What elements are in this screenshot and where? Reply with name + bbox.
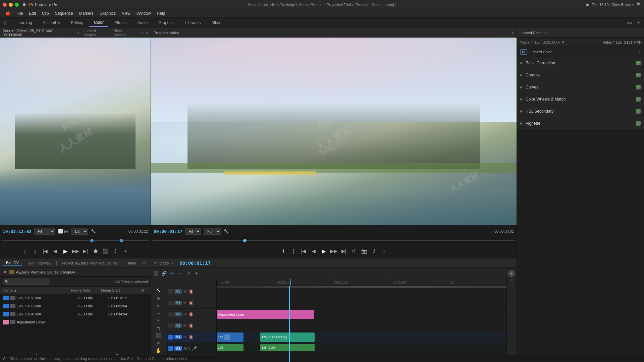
v1-mute-icon[interactable]: 🔇 [189, 335, 194, 340]
v3-mute-icon[interactable]: 🔇 [189, 312, 194, 317]
effect-controls-tab[interactable]: Effect Controls [113, 29, 136, 37]
menu-apple[interactable]: 🍎 [3, 10, 13, 16]
source-resolution-select[interactable]: 1/2 Full 1/4 [71, 228, 88, 235]
col-mediastart[interactable]: Media Start [101, 288, 141, 292]
effect-reset-icon[interactable]: ↺ [637, 50, 641, 54]
tl-select-tool[interactable]: ↖ [154, 287, 163, 294]
program-cam[interactable]: 📷 [360, 247, 368, 255]
clip-adjustment-layer[interactable]: Adjustment Layer [217, 310, 314, 319]
program-mark-in[interactable]: { [289, 247, 298, 255]
tab-assembly[interactable]: Assembly [38, 19, 65, 26]
source-scrub-handle2[interactable] [120, 239, 123, 242]
v1-eye-icon[interactable]: 👁 [183, 335, 187, 340]
timeline-menu-icon[interactable]: ≡ [171, 261, 173, 265]
search-icon[interactable]: 🔍 [637, 2, 641, 7]
menu-window[interactable]: Window [134, 10, 154, 16]
hsl-checkbox[interactable]: ✓ [636, 109, 641, 114]
source-insert[interactable]: ⬟ [92, 247, 100, 255]
source-scrub-handle[interactable] [90, 239, 94, 242]
more-workspaces[interactable]: >> [627, 20, 632, 25]
clip-dropdown-icon[interactable]: ▼ [561, 40, 565, 44]
clip-audio-1[interactable]: 125 [217, 344, 244, 351]
v4-mute-icon[interactable]: 🔇 [189, 301, 194, 305]
lumetri-section-hsl[interactable]: ▶ HSL Secondary ✓ [517, 105, 644, 117]
tab-allex[interactable]: Allex [207, 19, 225, 26]
tl-pen-tool[interactable]: ✏ [154, 340, 163, 346]
creative-checkbox[interactable]: ✓ [636, 73, 641, 77]
add-workspace-icon[interactable]: + [636, 19, 640, 26]
lumetri-section-curves[interactable]: ▶ Curves ✓ [517, 81, 644, 93]
source-export[interactable]: ⤴ [112, 247, 120, 255]
lumetri-section-creative[interactable]: ▶ Creative ✓ [517, 69, 644, 81]
tab-libraries[interactable]: Libraries [180, 19, 205, 26]
v2-lock-icon[interactable] [168, 323, 173, 328]
source-panel-menu[interactable]: ≡ [146, 31, 148, 35]
source-mark-out[interactable]: } [31, 247, 39, 255]
program-add-btn[interactable]: + [380, 247, 388, 255]
basic-checkbox[interactable]: ✓ [636, 61, 641, 65]
clip-125-s191[interactable]: 125 [217, 333, 244, 342]
source-fit-select[interactable]: Fit 25% 50% 100% [34, 228, 55, 235]
program-loop[interactable]: ↺ [350, 247, 358, 255]
source-scrubber[interactable] [0, 237, 151, 244]
minimize-button[interactable] [9, 3, 13, 7]
tl-effect-btn[interactable]: ✦ [193, 270, 200, 277]
bin-row-s193[interactable]: 125_S193.MXF 25.00 fps 19:33:25:04 [0, 302, 151, 310]
program-lift[interactable]: ⬆ [279, 247, 287, 255]
tl-track-select-tool[interactable]: ⊞ [154, 295, 163, 301]
v3-eye-icon[interactable]: 👁 [183, 312, 187, 317]
v2-mute-icon[interactable]: 🔇 [189, 323, 194, 328]
clip-125-s193-v[interactable]: 125_S193.MXF [V] [260, 333, 315, 342]
tab-graphics[interactable]: Graphics [154, 19, 179, 26]
a1-m-btn[interactable]: M [184, 347, 187, 350]
folder-collapse-icon[interactable]: ▼ [3, 269, 7, 275]
tl-link-btn[interactable]: 🔗 [160, 270, 168, 277]
source-wrench-icon[interactable]: 🔧 [91, 229, 96, 234]
home-button[interactable]: ⌂ [4, 19, 8, 26]
program-play[interactable]: ▶ [320, 247, 328, 255]
fullscreen-button[interactable] [15, 3, 19, 7]
lumetri-menu-icon[interactable]: ≡ [544, 31, 546, 35]
col-media[interactable]: M [141, 288, 148, 292]
colorwheels-checkbox[interactable]: ✓ [636, 97, 641, 102]
panel-expand-icon[interactable]: >> [140, 31, 144, 35]
bin-more-icon[interactable]: >> [141, 260, 146, 265]
timeline-add-track[interactable]: + [508, 270, 515, 277]
bin-search-input[interactable] [3, 279, 50, 285]
bin-row-s192[interactable]: 125_S192.MXF 25.00 fps 19:33:16:12 [0, 294, 151, 302]
v1-target-icon[interactable] [168, 335, 173, 340]
program-export[interactable]: ⤴ [370, 247, 378, 255]
bin-row-s194[interactable]: 125_S194.MXF 25.00 fps 19:33:34:04 [0, 310, 151, 318]
curves-checkbox[interactable]: ✓ [636, 85, 641, 89]
vignette-checkbox[interactable]: ✓ [636, 121, 641, 126]
tl-razor-tool[interactable]: ✂ [154, 317, 163, 324]
tab-audio[interactable]: Audio [132, 19, 152, 26]
source-add-btn[interactable]: + [122, 247, 130, 255]
lumetri-section-basic[interactable]: ▶ Basic Correction ✓ [517, 57, 644, 69]
program-play-forward[interactable]: ▶▶ [330, 247, 338, 255]
program-quality-select[interactable]: Full 1/2 [204, 228, 221, 235]
menu-edit[interactable]: Edit [26, 10, 39, 16]
col-name[interactable]: Name ▲ [3, 288, 71, 292]
tl-ripple-tool[interactable]: ✂ [154, 302, 163, 309]
tl-snap-btn[interactable]: ⬛ [152, 270, 160, 277]
menu-markers[interactable]: Markers [76, 10, 96, 16]
source-prev-in[interactable]: |◀ [41, 247, 49, 255]
source-step-fwd[interactable]: ▶▶ [71, 247, 79, 255]
tab-color[interactable]: Color [89, 19, 108, 27]
program-step-back[interactable]: ◀ [310, 247, 318, 255]
program-prev-in[interactable]: |◀ [300, 247, 308, 255]
tab-learning[interactable]: Learning [12, 19, 37, 26]
close-button[interactable] [3, 3, 7, 7]
program-scrub-handle[interactable] [243, 239, 247, 242]
program-fit-select[interactable]: Fit [185, 228, 201, 235]
source-play[interactable]: ▶ [61, 247, 69, 255]
program-wrench-icon[interactable]: 🔧 [224, 229, 229, 234]
menu-view[interactable]: View [119, 10, 133, 16]
tl-rate-btn[interactable]: ⏱ [184, 270, 192, 277]
a1-target-icon[interactable] [168, 346, 173, 351]
program-scrubber[interactable] [151, 237, 517, 244]
tl-add-edit-btn[interactable]: ✂ [168, 270, 176, 277]
v3-lock-icon[interactable] [168, 312, 173, 317]
v5-lock-icon[interactable] [168, 289, 173, 294]
